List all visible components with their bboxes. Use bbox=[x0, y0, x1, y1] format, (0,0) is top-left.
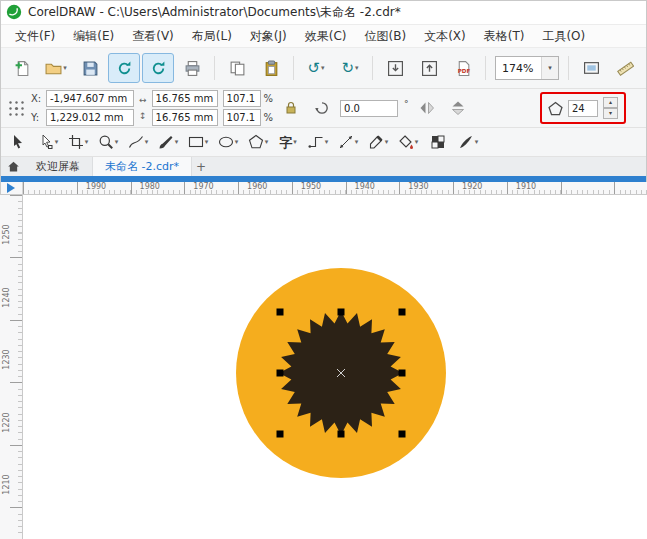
shape-tool[interactable]: ▾ bbox=[35, 130, 61, 154]
export-button[interactable] bbox=[413, 53, 445, 83]
coreldraw-window: CorelDRAW - C:\Users\Administrator\Docum… bbox=[0, 0, 647, 539]
toolbar-separator bbox=[214, 56, 215, 80]
connector-tool[interactable]: ▾ bbox=[305, 130, 331, 154]
x-position-input[interactable] bbox=[46, 90, 134, 107]
scale-horizontal-input[interactable] bbox=[223, 90, 261, 107]
crop-tool[interactable]: ▾ bbox=[65, 130, 91, 154]
new-tab-button[interactable]: + bbox=[192, 157, 210, 176]
polygon-tool-icon bbox=[248, 134, 264, 150]
redo-button[interactable]: ↻▾ bbox=[334, 53, 366, 83]
tab-untitled-document[interactable]: 未命名 -2.cdr* bbox=[93, 157, 192, 176]
new-document-button[interactable] bbox=[6, 53, 38, 83]
eyedropper-tool-icon bbox=[368, 134, 384, 150]
menu-effects[interactable]: 效果(C) bbox=[296, 26, 356, 47]
ruler-number: 1230 bbox=[2, 347, 11, 373]
selection-handle[interactable] bbox=[399, 431, 406, 438]
points-increase-button[interactable]: ▴ bbox=[603, 97, 618, 108]
ruler-corner[interactable] bbox=[0, 182, 23, 195]
print-button[interactable] bbox=[176, 53, 208, 83]
menu-bitmaps[interactable]: 位图(B) bbox=[356, 26, 416, 47]
polygon-points-input[interactable] bbox=[568, 100, 598, 117]
selection-handle[interactable] bbox=[338, 431, 345, 438]
undo-button[interactable]: ↺▾ bbox=[300, 53, 332, 83]
selection-handle[interactable] bbox=[277, 370, 284, 377]
dimension-tool[interactable]: ▾ bbox=[335, 130, 361, 154]
selection-handle[interactable] bbox=[338, 309, 345, 316]
show-rulers-button[interactable] bbox=[609, 53, 641, 83]
home-icon bbox=[7, 160, 20, 173]
object-height-input[interactable] bbox=[152, 109, 218, 126]
object-width-input[interactable] bbox=[152, 90, 218, 107]
lock-ratio-button[interactable] bbox=[278, 95, 304, 121]
chevron-down-icon[interactable]: ▾ bbox=[541, 57, 558, 79]
points-decrease-button[interactable]: ▾ bbox=[603, 108, 618, 119]
dropdown-caret-icon: ▾ bbox=[355, 138, 359, 146]
drawing-canvas-svg[interactable] bbox=[23, 195, 647, 539]
dropdown-caret-icon: ▾ bbox=[293, 138, 297, 146]
rotation-angle-input[interactable] bbox=[340, 100, 398, 117]
interactive-fill-tool[interactable]: ▾ bbox=[395, 130, 421, 154]
menu-edit[interactable]: 编辑(E) bbox=[64, 26, 123, 47]
menu-table[interactable]: 表格(T) bbox=[475, 26, 534, 47]
rectangle-tool[interactable]: ▾ bbox=[185, 130, 211, 154]
sync-download-button[interactable] bbox=[108, 53, 140, 83]
tab-label: 未命名 -2.cdr* bbox=[105, 159, 179, 174]
paste-button[interactable] bbox=[255, 53, 287, 83]
svg-text:PDF: PDF bbox=[457, 67, 470, 73]
welcome-home-button[interactable] bbox=[2, 157, 24, 176]
fullscreen-button[interactable] bbox=[575, 53, 607, 83]
menu-file[interactable]: 文件(F) bbox=[6, 26, 64, 47]
ruler-number: 1240 bbox=[2, 284, 11, 310]
y-position-input[interactable] bbox=[46, 109, 134, 126]
polygon-tool[interactable]: ▾ bbox=[245, 130, 271, 154]
anchor-point-widget[interactable] bbox=[7, 99, 26, 118]
dropdown-caret-icon: ▾ bbox=[63, 64, 67, 72]
selection-handle[interactable] bbox=[277, 431, 284, 438]
mirror-horizontal-button[interactable] bbox=[414, 95, 440, 121]
pdf-button-icon: PDF bbox=[455, 60, 472, 77]
redo-button-icon: ↻ bbox=[341, 61, 354, 76]
scale-vertical-input[interactable] bbox=[223, 109, 261, 126]
dropdown-caret-icon: ▾ bbox=[85, 138, 89, 146]
menu-layout[interactable]: 布局(L) bbox=[183, 26, 241, 47]
pick-tool[interactable] bbox=[5, 130, 31, 154]
open-button[interactable]: ▾ bbox=[40, 53, 72, 83]
y-label: Y: bbox=[31, 112, 43, 123]
menu-tools[interactable]: 工具(O) bbox=[533, 26, 594, 47]
zoom-tool[interactable]: ▾ bbox=[95, 130, 121, 154]
dropdown-caret-icon: ▾ bbox=[475, 138, 479, 146]
tab-welcome-screen[interactable]: 欢迎屏幕 bbox=[24, 157, 93, 176]
canvas-area[interactable] bbox=[23, 195, 647, 539]
artistic-media-tool[interactable]: ▾ bbox=[155, 130, 181, 154]
selection-handle[interactable] bbox=[399, 370, 406, 377]
copy-button[interactable] bbox=[221, 53, 253, 83]
selection-handle[interactable] bbox=[277, 309, 284, 316]
pdf-button[interactable]: PDF bbox=[447, 53, 479, 83]
vertical-ruler[interactable]: 12501240123012201210 bbox=[0, 195, 23, 539]
menu-object[interactable]: 对象(J) bbox=[241, 26, 296, 47]
pattern-fill-tool[interactable] bbox=[425, 130, 451, 154]
menu-view[interactable]: 查看(V) bbox=[123, 26, 183, 47]
dropdown-caret-icon: ▾ bbox=[115, 138, 119, 146]
polygon-points-control: ▴ ▾ bbox=[540, 92, 626, 124]
ruler-number: 1990 bbox=[83, 182, 109, 191]
outline-pen-tool-icon bbox=[458, 134, 474, 150]
new-document-button-icon bbox=[14, 60, 31, 77]
save-button[interactable] bbox=[74, 53, 106, 83]
sync-upload-button[interactable] bbox=[142, 53, 174, 83]
selection-handle[interactable] bbox=[399, 309, 406, 316]
mirror-vertical-button[interactable] bbox=[445, 95, 471, 121]
freehand-tool[interactable]: ▾ bbox=[125, 130, 151, 154]
text-tool[interactable]: 字▾ bbox=[275, 130, 301, 154]
import-button[interactable] bbox=[379, 53, 411, 83]
outline-pen-tool[interactable]: ▾ bbox=[455, 130, 481, 154]
show-rulers-button-icon bbox=[617, 60, 634, 77]
object-width-icon: ↔ bbox=[139, 93, 147, 107]
menu-text[interactable]: 文本(X) bbox=[415, 26, 475, 47]
eyedropper-tool[interactable]: ▾ bbox=[365, 130, 391, 154]
percent-sign: % bbox=[264, 93, 274, 104]
zoom-level-combo[interactable]: 174%▾ bbox=[495, 56, 559, 80]
pick-tool-icon bbox=[10, 134, 26, 150]
ellipse-tool[interactable]: ▾ bbox=[215, 130, 241, 154]
horizontal-ruler[interactable]: 199019801970196019501940193019201910 bbox=[23, 182, 647, 195]
